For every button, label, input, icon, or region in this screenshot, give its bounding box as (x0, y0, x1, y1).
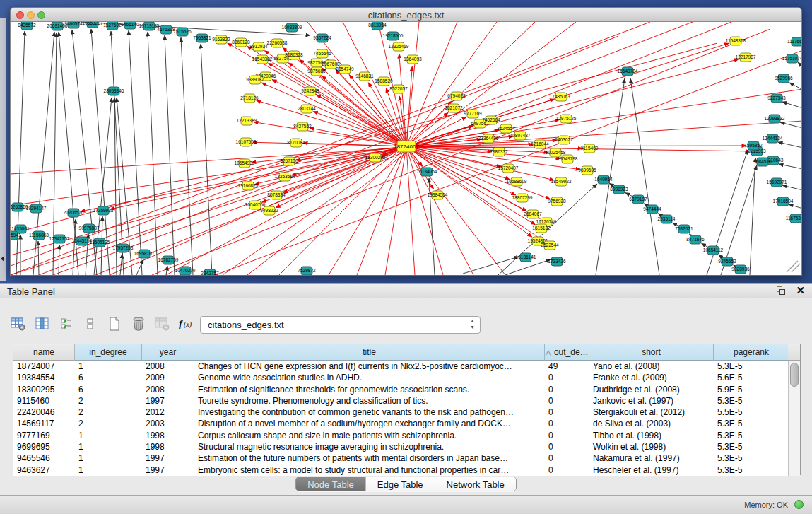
table-cell[interactable]: 18724007 (13, 361, 75, 372)
table-cell[interactable]: Disruption of a novel member of a sodium… (194, 418, 545, 429)
table-cell[interactable]: Stergiakouli et al. (2012) (589, 407, 714, 418)
table-row[interactable]: 1830029562008Estimation of significance … (13, 384, 800, 395)
table-cell[interactable]: 9463627 (13, 465, 75, 476)
table-settings-button[interactable] (8, 315, 28, 333)
table-cell[interactable]: 1 (75, 465, 142, 476)
table-cell[interactable]: 5.3E-5 (714, 361, 789, 372)
column-header-short[interactable]: short (589, 344, 714, 361)
table-cell[interactable]: 22420046 (13, 407, 75, 418)
table-cell[interactable]: Dudbridge et al. (2008) (589, 384, 714, 395)
table-cell[interactable]: 0 (545, 418, 589, 429)
table-cell[interactable]: 1 (75, 441, 142, 452)
table-cell[interactable]: Embryonic stem cells: a model to study s… (194, 465, 545, 476)
table-cell[interactable]: 9777169 (13, 430, 75, 441)
table-cell[interactable]: 1998 (142, 430, 194, 441)
table-row[interactable]: 969969511998Structural magnetic resonanc… (13, 441, 800, 452)
column-header-pagerank[interactable]: pagerank (714, 344, 789, 361)
table-cell[interactable]: 1 (75, 361, 142, 372)
table-cell[interactable]: Corpus callosum shape and size in male p… (194, 430, 545, 441)
table-cell[interactable]: Estimation of the future numbers of pati… (194, 452, 545, 464)
table-cell[interactable]: 5.3E-5 (714, 465, 789, 476)
table-cell[interactable]: 0 (545, 395, 589, 407)
table-cell[interactable]: 9699695 (13, 441, 75, 452)
table-cell[interactable]: Structural magnetic resonance image aver… (194, 441, 545, 452)
table-cell[interactable]: 0 (545, 465, 589, 476)
table-cell[interactable]: 2008 (142, 361, 194, 372)
table-cell[interactable]: 0 (545, 441, 589, 452)
table-cell[interactable]: 1997 (142, 395, 194, 407)
table-scrollbar[interactable] (788, 361, 800, 476)
table-cell[interactable]: Estimation of significance thresholds fo… (194, 384, 545, 395)
table-cell[interactable]: 1998 (142, 441, 194, 452)
row-selection-button[interactable] (57, 315, 76, 333)
column-header-out_de[interactable]: △out_de… (545, 344, 589, 361)
table-cell[interactable]: 1997 (142, 452, 194, 464)
table-cell[interactable]: de Silva et al. (2003) (589, 418, 714, 429)
table-cell[interactable]: 2009 (142, 372, 194, 383)
table-cell[interactable]: 9465546 (13, 452, 75, 464)
table-row[interactable]: 946554611997Estimation of the future num… (13, 452, 800, 464)
rows-button[interactable] (81, 315, 100, 333)
tab-node-table[interactable]: Node Table (296, 477, 366, 491)
table-cell[interactable]: 1997 (142, 465, 194, 476)
table-row[interactable]: 911546021997Tourette syndrome. Phenomeno… (13, 395, 800, 407)
table-cell[interactable]: 5.9E-5 (714, 384, 789, 395)
table-cell[interactable]: 14569117 (13, 418, 75, 429)
table-cell[interactable]: 5.3E-5 (714, 418, 789, 429)
table-cell[interactable]: 2012 (142, 407, 194, 418)
memory-status-indicator[interactable] (794, 500, 804, 509)
collapse-arrow-icon[interactable] (1, 256, 4, 262)
table-cell[interactable]: Nakamura et al. (1997) (589, 452, 714, 464)
table-row[interactable]: 946362711997Embryonic stem cells: a mode… (13, 465, 800, 476)
table-cell[interactable]: 9115460 (13, 395, 75, 407)
table-cell[interactable]: 1 (75, 452, 142, 464)
table-cell[interactable]: 2 (75, 407, 142, 418)
network-view[interactable]: 1872400791638228860128891293422260538982… (10, 22, 802, 276)
table-cell[interactable]: 5.3E-5 (714, 395, 789, 407)
table-cell[interactable]: 2003 (142, 418, 194, 429)
table-cell[interactable]: Tourette syndrome. Phenomenology and cla… (194, 395, 545, 407)
function-builder-button[interactable]: f (x) (177, 315, 196, 333)
table-cell[interactable]: Investigating the contribution of common… (194, 407, 545, 418)
panel-close-icon[interactable]: ✕ (796, 284, 805, 297)
float-window-icon[interactable] (777, 286, 787, 296)
delete-button[interactable] (129, 315, 148, 333)
table-cell[interactable]: 6 (75, 372, 142, 383)
table-cell[interactable]: 1 (75, 430, 142, 441)
table-cell[interactable]: 2 (75, 395, 142, 407)
new-file-button[interactable] (105, 315, 124, 333)
table-cell[interactable]: 0 (545, 452, 589, 464)
table-cell[interactable]: Tibbo et al. (1998) (589, 430, 714, 441)
scrollbar-thumb[interactable] (790, 363, 799, 387)
table-row[interactable]: 1938455462009Genome-wide association stu… (13, 372, 800, 383)
tab-edge-table[interactable]: Edge Table (366, 477, 435, 491)
table-row[interactable]: 977716911998Corpus callosum shape and si… (13, 430, 800, 441)
table-row[interactable]: 1872400712008Changes of HCN gene express… (13, 361, 800, 372)
table-cell[interactable]: Jankovic et al. (1997) (589, 395, 714, 407)
column-header-name[interactable]: name (13, 344, 75, 361)
table-cell[interactable]: 0 (545, 430, 589, 441)
table-row[interactable]: 1456911722003Disruption of a novel membe… (13, 418, 800, 429)
table-cell[interactable]: Hescheler et al. (1997) (589, 465, 714, 476)
window-titlebar[interactable]: citations_edges.txt (10, 7, 802, 22)
table-cell[interactable]: 2008 (142, 384, 194, 395)
column-header-year[interactable]: year (142, 344, 194, 361)
table-cell[interactable]: 19384554 (13, 372, 75, 383)
column-header-title[interactable]: title (194, 344, 545, 361)
table-cell[interactable]: 2 (75, 418, 142, 429)
table-cell[interactable]: 0 (545, 372, 589, 383)
table-cell[interactable]: 5.3E-5 (714, 441, 789, 452)
table-cell[interactable]: 5.3E-5 (714, 452, 789, 464)
tab-network-table[interactable]: Network Table (435, 477, 516, 491)
table-cell[interactable]: 18300295 (13, 384, 75, 395)
table-cell[interactable]: 5.3E-5 (714, 430, 789, 441)
table-selector-dropdown[interactable]: citations_edges.txt ▲▼ (200, 316, 481, 334)
column-header-in_degree[interactable]: in_degree (75, 344, 142, 361)
table-cell[interactable]: 49 (545, 361, 589, 372)
table-cell[interactable]: Genome-wide association studies in ADHD. (194, 372, 545, 383)
table-cell[interactable]: Changes of HCN gene expression and I(f) … (194, 361, 545, 372)
table-cell[interactable]: 5.6E-5 (714, 372, 789, 383)
table-cell[interactable]: Yano et al. (2008) (589, 361, 714, 372)
table-cell[interactable]: Wolkin et al. (1998) (589, 441, 714, 452)
column-visibility-button[interactable] (33, 315, 52, 333)
